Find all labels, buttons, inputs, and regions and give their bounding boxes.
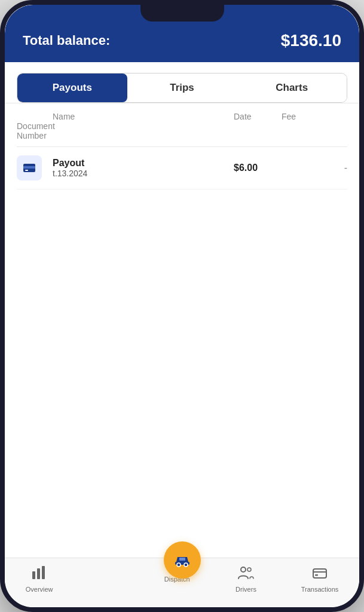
svg-rect-6	[179, 558, 185, 561]
transactions-label: Transactions	[301, 586, 339, 593]
phone-notch	[140, 5, 224, 22]
transactions-icon	[312, 565, 328, 583]
tab-trips[interactable]: Trips	[127, 74, 237, 102]
svg-point-12	[247, 568, 251, 571]
col-icon	[17, 112, 53, 121]
nav-item-drivers[interactable]: Drivers	[225, 563, 267, 595]
phone-inner: Total balance: $136.10 Payouts Trips Cha…	[5, 5, 359, 607]
nav-item-overview[interactable]: Overview	[19, 563, 60, 595]
tab-payouts[interactable]: Payouts	[17, 74, 127, 102]
svg-point-4	[177, 563, 181, 567]
table-header: Name Date Fee DocumentNumber	[17, 103, 347, 147]
svg-rect-9	[42, 566, 45, 579]
svg-rect-2	[25, 170, 28, 171]
svg-rect-14	[315, 574, 318, 576]
col-date: Date	[234, 112, 282, 121]
row-name: Payout t.13.2024	[53, 158, 234, 178]
payout-icon	[17, 155, 42, 180]
balance-label: Total balance:	[23, 33, 110, 48]
credit-card-icon	[22, 161, 36, 175]
svg-rect-8	[37, 568, 40, 579]
row-fee: $6.00	[234, 163, 282, 173]
col-doc: DocumentNumber	[17, 121, 53, 140]
svg-point-5	[184, 563, 188, 567]
balance-value: $136.10	[281, 31, 341, 50]
drivers-label: Drivers	[235, 586, 256, 593]
nav-item-transactions[interactable]: Transactions	[294, 563, 346, 595]
bottom-nav: Overview Orders Dispatch	[5, 558, 359, 607]
svg-rect-7	[32, 571, 35, 579]
phone-frame: Total balance: $136.10 Payouts Trips Cha…	[0, 0, 364, 612]
drivers-icon	[237, 565, 254, 583]
row-doc: -	[282, 163, 347, 173]
tabs-container: Payouts Trips Charts	[5, 62, 359, 103]
table-container: Name Date Fee DocumentNumber Payout	[5, 103, 359, 558]
svg-rect-13	[313, 569, 326, 578]
svg-rect-1	[23, 166, 35, 169]
table-row: Payout t.13.2024 $6.00 -	[17, 147, 347, 189]
col-name: Name	[53, 112, 234, 121]
car-fab-icon	[173, 551, 191, 569]
overview-icon	[32, 565, 47, 583]
dispatch-fab-button[interactable]	[164, 541, 201, 579]
svg-point-11	[241, 567, 246, 572]
col-fee: Fee	[282, 112, 347, 121]
overview-label: Overview	[26, 586, 53, 593]
tab-charts[interactable]: Charts	[237, 74, 347, 102]
tabs: Payouts Trips Charts	[17, 73, 347, 103]
